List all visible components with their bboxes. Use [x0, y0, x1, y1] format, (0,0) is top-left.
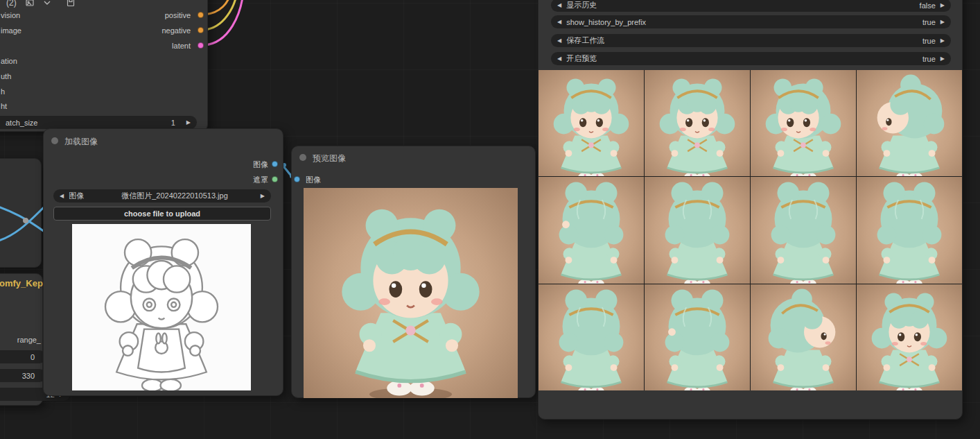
chibi-figure-backq: [645, 284, 750, 390]
chibi-figure-front: [304, 188, 518, 398]
prev-arrow[interactable]: ◀: [557, 3, 561, 8]
chibi-figure-side-r: [751, 284, 856, 390]
gallery-thumbnail-1-front: [539, 70, 644, 176]
widget-enable-preview[interactable]: ◀ 开启预览 true ▶: [551, 52, 951, 65]
node-title: 预览图像: [313, 153, 346, 164]
gallery-thumbnail-6-back: [645, 177, 750, 283]
node-preview-image[interactable]: 预览图像 图像: [291, 146, 536, 398]
node-partial-upper-left[interactable]: [0, 158, 42, 268]
widget-save-workflow[interactable]: ◀ 保存工作流 true ▶: [551, 34, 951, 47]
widget-value: 0: [30, 353, 35, 361]
widget-value: true: [922, 55, 936, 63]
increment-arrow[interactable]: ▶: [186, 120, 191, 126]
gallery-thumbnail-10-backq: [645, 284, 750, 390]
node-load-image[interactable]: 加载图像 图像 遮罩 ◀ 图像 微信图片_20240222010513.jpg …: [43, 128, 283, 396]
output-slot-positive[interactable]: [198, 12, 204, 18]
upload-button[interactable]: choose file to upload: [53, 207, 271, 221]
prev-arrow[interactable]: ◀: [557, 19, 561, 25]
prev-arrow[interactable]: ◀: [60, 193, 64, 199]
preview-rendered-image: [304, 188, 518, 398]
widget-label-2: uth: [1, 72, 11, 80]
output-label-mask: 遮罩: [253, 175, 268, 185]
output-slot-image[interactable]: [272, 161, 278, 167]
widget-label-1: ation: [1, 57, 17, 65]
node-title: 加载图像: [64, 136, 98, 148]
chibi-figure-back: [539, 284, 644, 390]
next-arrow[interactable]: ▶: [940, 3, 945, 8]
widget-value: true: [922, 37, 936, 45]
link-latent: [204, 0, 243, 45]
node-apply[interactable]: (2) vision image positive negative laten…: [0, 0, 208, 132]
node-comfy-kep[interactable]: omfy_Kep range_ 0 330 12 ▶: [0, 273, 43, 406]
input-label-image: image: [1, 26, 21, 35]
chibi-figure-back: [857, 177, 962, 283]
next-arrow[interactable]: ▶: [940, 56, 945, 62]
output-label-latent: latent: [172, 42, 191, 50]
gallery-thumbnail-5-backq: [539, 177, 644, 283]
input-slot-image[interactable]: [294, 176, 300, 182]
output-slot-latent[interactable]: [198, 42, 204, 49]
save-icon[interactable]: [67, 0, 75, 7]
input-label-image: 图像: [306, 175, 321, 185]
collapse-dot[interactable]: [299, 154, 306, 161]
gallery-thumbnail-8-back: [857, 177, 962, 283]
gallery-thumbnail-7-back: [751, 177, 856, 283]
image-icon[interactable]: [26, 0, 34, 7]
loaded-image-lineart: [72, 224, 251, 390]
output-slot-negative[interactable]: [198, 27, 204, 33]
gallery-thumbnail-4-side: [857, 70, 962, 176]
widget-label: 图像: [69, 191, 84, 201]
chibi-figure-back: [751, 177, 856, 283]
widget-number-row2[interactable]: 330: [0, 369, 46, 382]
chibi-figure-side: [857, 70, 962, 176]
input-label-vision: vision: [1, 11, 20, 19]
widget-label-range: range_: [1, 336, 41, 344]
widget-value: true: [922, 18, 936, 26]
history-image-gallery: [539, 70, 962, 390]
chibi-figure-front: [72, 224, 251, 390]
widget-show-history[interactable]: ◀ 显示历史 false ▶: [551, 0, 951, 12]
widget-show-history-by-prefix[interactable]: ◀ show_history_by_prefix true ▶: [551, 15, 951, 28]
widget-label: 开启预览: [566, 53, 597, 64]
node-title: omfy_Kep: [0, 278, 43, 289]
next-arrow[interactable]: ▶: [940, 19, 945, 25]
node-title: (2): [6, 0, 17, 8]
node-history-save[interactable]: ◀ 显示历史 false ▶ ◀ show_history_by_prefix …: [538, 0, 963, 420]
prev-arrow[interactable]: ◀: [557, 38, 561, 44]
gallery-thumbnail-2-front: [645, 70, 750, 176]
next-arrow[interactable]: ▶: [940, 38, 945, 44]
widget-label: 显示历史: [566, 0, 597, 10]
prev-arrow[interactable]: ◀: [557, 56, 561, 62]
widget-label: 保存工作流: [566, 35, 604, 46]
output-slot-mask[interactable]: [272, 176, 278, 182]
comfyui-canvas[interactable]: omfy_Kep range_ 0 330 12 ▶ (2): [0, 0, 980, 439]
collapse-dot[interactable]: [51, 137, 58, 144]
widget-batch-size[interactable]: atch_size 1 ▶: [0, 116, 197, 129]
output-label-positive: positive: [165, 11, 191, 19]
link-negative: [204, 0, 237, 30]
output-label-negative: negative: [161, 26, 191, 35]
output-label-image: 图像: [253, 160, 268, 170]
widget-value: 微信图片_20240222010513.jpg: [121, 191, 228, 201]
widget-value: false: [920, 1, 936, 10]
widget-label-3: h: [1, 87, 5, 96]
widget-value: 1: [171, 119, 175, 127]
widget-label-4: ht: [1, 102, 7, 110]
chibi-figure-front: [539, 70, 644, 176]
gallery-thumbnail-9-back: [539, 284, 644, 390]
chibi-figure-backq: [539, 177, 644, 283]
widget-image-file[interactable]: ◀ 图像 微信图片_20240222010513.jpg ▶: [53, 189, 271, 203]
gallery-thumbnail-3-threeq: [751, 70, 856, 176]
widget-number-row1[interactable]: 0: [0, 350, 46, 363]
gallery-thumbnail-12-front: [857, 284, 962, 390]
chibi-figure-front: [645, 70, 750, 176]
chibi-figure-front: [857, 284, 962, 390]
widget-label: atch_size: [6, 119, 37, 127]
widget-value: 330: [22, 372, 35, 380]
chibi-figure-back: [645, 177, 750, 283]
widget-label: show_history_by_prefix: [566, 18, 646, 26]
link-positive: [204, 0, 231, 15]
next-arrow[interactable]: ▶: [261, 193, 265, 199]
chevron-down-icon[interactable]: [43, 0, 51, 7]
chibi-figure-threeq: [751, 70, 856, 176]
